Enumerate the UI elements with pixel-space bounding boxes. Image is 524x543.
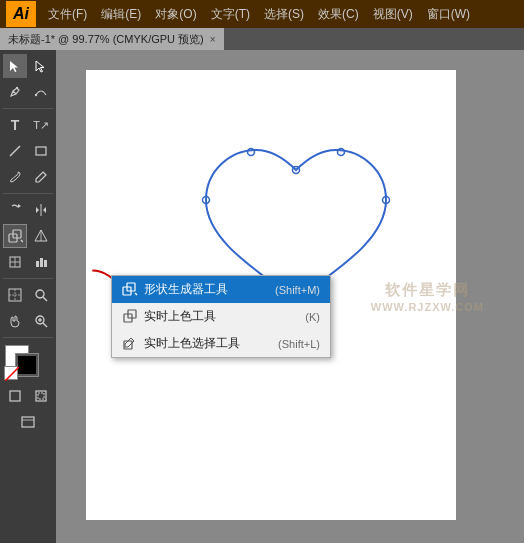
fill-stroke-area bbox=[4, 344, 52, 380]
tool-row-pen bbox=[3, 80, 53, 104]
main-area: T T↗ bbox=[0, 50, 524, 543]
context-menu-item-live-paint-shortcut: (K) bbox=[305, 311, 320, 323]
direct-selection-tool[interactable] bbox=[29, 54, 53, 78]
stroke-swatch[interactable] bbox=[16, 354, 38, 376]
context-menu-item-live-paint-selection[interactable]: 实时上色选择工具 (Shift+L) bbox=[112, 330, 330, 357]
svg-rect-15 bbox=[40, 258, 43, 267]
tool-row-mesh bbox=[3, 250, 53, 274]
zoom-tool[interactable] bbox=[29, 283, 53, 307]
canvas-area: 形状生成器工具 (Shift+M) 实时上色工具 (K) bbox=[56, 50, 524, 543]
tool-row-selection bbox=[3, 54, 53, 78]
live-paint-selection-icon bbox=[122, 336, 138, 352]
tool-row-hand bbox=[3, 309, 53, 333]
rect-tool[interactable] bbox=[29, 139, 53, 163]
svg-point-0 bbox=[16, 87, 18, 89]
pencil-tool[interactable] bbox=[29, 165, 53, 189]
draw-inside-mode[interactable] bbox=[29, 384, 53, 408]
graph-tool[interactable] bbox=[29, 250, 53, 274]
svg-rect-27 bbox=[10, 391, 20, 401]
pen-tool[interactable] bbox=[3, 80, 27, 104]
tool-row-slice bbox=[3, 283, 53, 307]
menu-effect[interactable]: 效果(C) bbox=[312, 4, 365, 25]
context-menu: 形状生成器工具 (Shift+M) 实时上色工具 (K) bbox=[111, 275, 331, 358]
context-menu-item-shape-builder-shortcut: (Shift+M) bbox=[275, 284, 320, 296]
svg-line-2 bbox=[10, 146, 20, 156]
menu-edit[interactable]: 编辑(E) bbox=[95, 4, 147, 25]
context-menu-item-shape-builder[interactable]: 形状生成器工具 (Shift+M) bbox=[112, 276, 330, 303]
tool-row-artboard bbox=[16, 410, 40, 434]
slice-tool[interactable] bbox=[3, 283, 27, 307]
tab-bar: 未标题-1* @ 99.77% (CMYK/GPU 预览) × bbox=[0, 28, 524, 50]
line-tool[interactable] bbox=[3, 139, 27, 163]
svg-rect-30 bbox=[22, 417, 34, 427]
menu-object[interactable]: 对象(O) bbox=[149, 4, 202, 25]
document-tab[interactable]: 未标题-1* @ 99.77% (CMYK/GPU 预览) × bbox=[0, 28, 224, 50]
menu-select[interactable]: 选择(S) bbox=[258, 4, 310, 25]
tool-row-paint bbox=[3, 165, 53, 189]
svg-line-41 bbox=[135, 293, 137, 295]
menu-text[interactable]: 文字(T) bbox=[205, 4, 256, 25]
tool-divider-1 bbox=[3, 108, 53, 109]
menu-window[interactable]: 窗口(W) bbox=[421, 4, 476, 25]
tool-divider-2 bbox=[3, 193, 53, 194]
type-tool[interactable]: T bbox=[3, 113, 27, 137]
tool-divider-3 bbox=[3, 278, 53, 279]
tool-row-line bbox=[3, 139, 53, 163]
perspective-grid-tool[interactable] bbox=[29, 224, 53, 248]
svg-line-25 bbox=[43, 323, 47, 327]
context-menu-item-shape-builder-label: 形状生成器工具 bbox=[144, 281, 228, 298]
svg-rect-16 bbox=[44, 260, 47, 267]
svg-point-1 bbox=[35, 94, 37, 96]
tab-title: 未标题-1* @ 99.77% (CMYK/GPU 预览) bbox=[8, 32, 204, 47]
tool-row-modes bbox=[3, 384, 53, 408]
touch-type-tool[interactable]: T↗ bbox=[29, 113, 53, 137]
svg-point-20 bbox=[36, 290, 44, 298]
tool-row-rotate bbox=[3, 198, 53, 222]
menu-file[interactable]: 文件(F) bbox=[42, 4, 93, 25]
live-paint-icon bbox=[122, 309, 138, 325]
svg-rect-29 bbox=[38, 393, 44, 399]
change-screen-mode[interactable] bbox=[16, 410, 40, 434]
toolbar: T T↗ bbox=[0, 50, 56, 543]
svg-rect-14 bbox=[36, 261, 39, 267]
tab-close-button[interactable]: × bbox=[210, 34, 216, 45]
tool-divider-4 bbox=[3, 337, 53, 338]
context-menu-item-live-paint-label: 实时上色工具 bbox=[144, 308, 216, 325]
tool-row-type: T T↗ bbox=[3, 113, 53, 137]
curvature-tool[interactable] bbox=[29, 80, 53, 104]
none-swatch[interactable] bbox=[4, 366, 18, 380]
context-menu-item-live-paint[interactable]: 实时上色工具 (K) bbox=[112, 303, 330, 330]
hand-tool[interactable] bbox=[3, 309, 27, 333]
svg-line-26 bbox=[5, 367, 19, 381]
app-logo: Ai bbox=[6, 1, 36, 27]
reflect-tool[interactable] bbox=[29, 198, 53, 222]
mesh-tool[interactable] bbox=[3, 250, 27, 274]
selection-tool[interactable] bbox=[3, 54, 27, 78]
context-menu-item-live-paint-selection-shortcut: (Shift+L) bbox=[278, 338, 320, 350]
menu-bar: 文件(F) 编辑(E) 对象(O) 文字(T) 选择(S) 效果(C) 视图(V… bbox=[42, 4, 476, 25]
rotate-tool[interactable] bbox=[3, 198, 27, 222]
paintbrush-tool[interactable] bbox=[3, 165, 27, 189]
shape-builder-tool-btn[interactable] bbox=[3, 224, 27, 248]
zoom-in-tool[interactable] bbox=[29, 309, 53, 333]
svg-line-21 bbox=[43, 297, 47, 301]
draw-normal-mode[interactable] bbox=[3, 384, 27, 408]
menu-view[interactable]: 视图(V) bbox=[367, 4, 419, 25]
svg-rect-3 bbox=[36, 147, 46, 155]
svg-marker-4 bbox=[18, 204, 21, 208]
context-menu-item-live-paint-selection-label: 实时上色选择工具 bbox=[144, 335, 240, 352]
svg-line-8 bbox=[21, 240, 23, 242]
tool-row-shape-builder bbox=[3, 224, 53, 248]
shape-builder-icon bbox=[122, 282, 138, 298]
title-bar: Ai 文件(F) 编辑(E) 对象(O) 文字(T) 选择(S) 效果(C) 视… bbox=[0, 0, 524, 28]
